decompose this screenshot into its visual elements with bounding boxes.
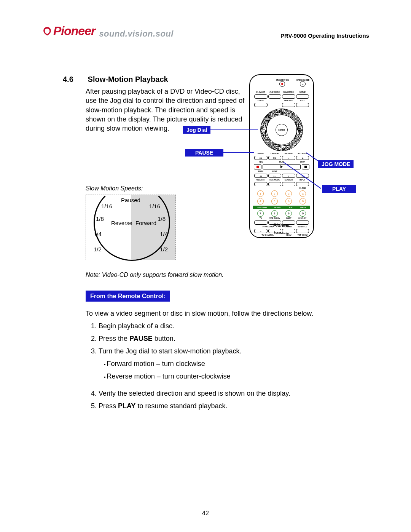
step-2: Press the PAUSE button. bbox=[99, 334, 369, 344]
tagline: sound.vision.soul bbox=[99, 29, 174, 39]
speed-r-0: 1/16 bbox=[149, 203, 160, 210]
instructions-lead: To view a video segment or disc in slow … bbox=[86, 308, 369, 319]
intro-paragraph: After pausing playback of a DVD or Video… bbox=[86, 87, 245, 133]
manual-page: Pioneer sound.vision.soul PRV-9000 Opera… bbox=[0, 0, 411, 532]
document-title: PRV-9000 Operating Instructions bbox=[280, 32, 369, 39]
speed-l-0: 1/16 bbox=[101, 203, 112, 210]
callout-line bbox=[218, 152, 254, 153]
remote-brand: Pioneer bbox=[250, 223, 313, 228]
speed-l-3: 1/2 bbox=[94, 246, 102, 253]
brand-name: Pioneer bbox=[53, 24, 95, 38]
section-title: Slow-Motion Playback bbox=[88, 75, 168, 83]
step-3: Turn the Jog dial to start slow-motion p… bbox=[99, 346, 369, 382]
speed-l-2: 1/4 bbox=[94, 230, 102, 238]
remote-illustration: STANDBY/ ON OPEN /CLOSE ▲ PLAYLIST CHP M… bbox=[249, 74, 379, 238]
dial-forward: Forward bbox=[135, 219, 156, 227]
logo-block: Pioneer sound.vision.soul bbox=[42, 24, 174, 39]
instructions: To view a video segment or disc in slow … bbox=[86, 308, 369, 411]
video-cd-note: Note: Video-CD only supports forward slo… bbox=[86, 271, 369, 279]
step-3a: Forward motion – turn clockwise bbox=[104, 359, 369, 369]
stop-button bbox=[302, 164, 309, 169]
tuning-fork-icon bbox=[42, 26, 53, 36]
speed-r-3: 1/2 bbox=[160, 246, 168, 253]
step-3b: Reverse motion – turn counter-clockwise bbox=[104, 371, 369, 382]
callout-jog-dial: Jog Dial bbox=[183, 126, 211, 134]
step-5: Press PLAY to resume standard playback. bbox=[99, 401, 369, 411]
brand-logo: Pioneer bbox=[42, 24, 95, 38]
page-header: Pioneer sound.vision.soul PRV-9000 Opera… bbox=[42, 21, 369, 39]
callout-play: PLAY bbox=[322, 185, 357, 193]
page-number: 42 bbox=[0, 510, 411, 517]
step-1: Begin playback of a disc. bbox=[99, 321, 369, 331]
callout-jog-mode: JOG MODE bbox=[318, 160, 354, 168]
rec-button bbox=[254, 164, 261, 169]
remote-subtitle: DVD Recorder bbox=[250, 232, 313, 234]
speed-dial-diagram: Paused Reverse Forward 1/16 1/8 1/4 1/2 … bbox=[86, 195, 176, 260]
remote-body: STANDBY/ ON OPEN /CLOSE ▲ PLAYLIST CHP M… bbox=[249, 74, 314, 238]
dial-top: Paused bbox=[121, 197, 140, 204]
jog-dial-icon: ENTER bbox=[260, 109, 303, 151]
enter-button: ENTER bbox=[276, 124, 288, 136]
speed-r-2: 1/4 bbox=[160, 230, 168, 238]
section-number: 4.6 bbox=[63, 75, 86, 84]
play-button bbox=[263, 164, 301, 169]
from-remote-heading: From the Remote Control: bbox=[86, 291, 170, 302]
callout-line bbox=[209, 129, 258, 130]
speed-l-1: 1/8 bbox=[96, 215, 104, 223]
dial-reverse: Reverse bbox=[111, 219, 132, 227]
step-4: Verify the selected direction and speed … bbox=[99, 388, 369, 399]
speed-r-1: 1/8 bbox=[158, 215, 166, 223]
